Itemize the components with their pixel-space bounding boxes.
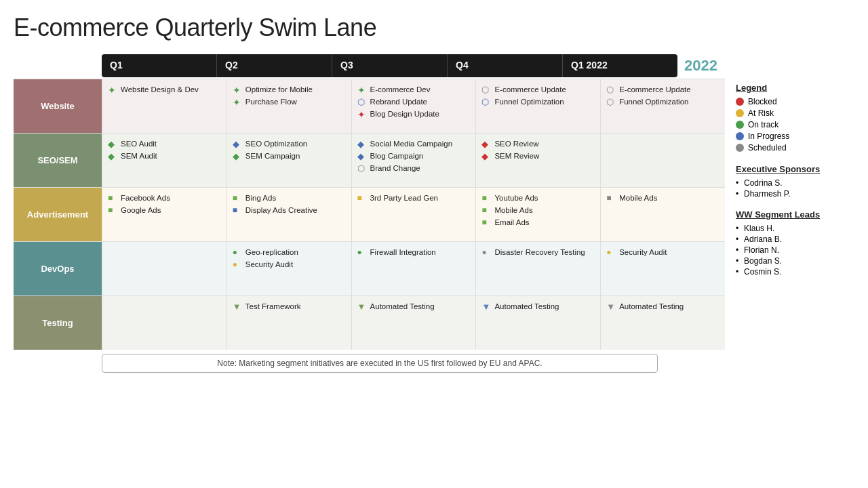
- task-label: Blog Design Update: [370, 110, 439, 118]
- task-item: ◆SEO Audit: [108, 139, 221, 148]
- green-square-icon: ■: [108, 205, 117, 215]
- gray-arrow-icon: ▼: [606, 302, 616, 311]
- task-item: ✦Blog Design Update: [357, 109, 471, 119]
- legend-item-on-track: On track: [736, 120, 854, 129]
- gray-square-icon: ■: [606, 193, 616, 203]
- legend-items: BlockedAt RiskOn trackIn ProgressSchedul…: [736, 97, 854, 152]
- gray-hex-icon: ⬡: [481, 85, 491, 94]
- cell-devops-q2: ●Firewall Integration: [351, 242, 476, 296]
- header-row: Q1Q2Q3Q4Q1 2022 2022: [14, 54, 725, 77]
- task-label: Optimize for Mobile: [245, 85, 313, 94]
- red-diamond-icon: ◆: [481, 139, 491, 148]
- green-square-icon: ■: [108, 193, 117, 203]
- cell-seo-q3: ◆SEO Review◆SEM Review: [475, 134, 600, 187]
- lead-item: Bogdan S.: [736, 256, 854, 266]
- gray-hex-icon: ⬡: [606, 97, 616, 106]
- task-label: E-commerce Dev: [370, 85, 431, 94]
- swim-row-website: Website✦Website Design & Dev✦Optimize fo…: [14, 79, 725, 133]
- task-item: ▼Automated Testing: [606, 302, 719, 311]
- yellow-circle-icon: ●: [606, 247, 616, 257]
- task-item: ■Google Ads: [108, 205, 221, 215]
- sponsors-section: Executive Sponsors Codrina S.Dharmesh P.: [736, 164, 854, 200]
- row-cells-advertisement: ■Facebook Ads■Google Ads■Bing Ads■Displa…: [102, 188, 725, 241]
- cell-seo-q2: ◆Social Media Campaign◆Blog Campaign⬡Bra…: [351, 134, 476, 187]
- sponsor-item: Codrina S.: [736, 178, 854, 188]
- green-diamond-icon: ◆: [108, 151, 117, 161]
- task-item: ✦Optimize for Mobile: [233, 85, 346, 94]
- task-item: ●Firewall Integration: [357, 247, 471, 257]
- cell-testing-q2: ▼Automated Testing: [351, 296, 476, 350]
- quarter-header-2: Q3: [332, 54, 448, 77]
- year-label: 2022: [677, 54, 725, 77]
- legend-label: In Progress: [748, 131, 789, 141]
- cell-testing-q0: [102, 296, 226, 350]
- cell-testing-q1: ▼Test Framework: [226, 296, 351, 350]
- task-label: Brand Change: [370, 164, 420, 172]
- legend-dot: [736, 132, 744, 140]
- task-item: ⬡E-commerce Update: [606, 85, 719, 94]
- task-item: ⬡E-commerce Update: [481, 85, 595, 94]
- task-item: ●Disaster Recovery Testing: [481, 247, 595, 257]
- bottom-note: Note: Marketing segment initiatives are …: [102, 354, 658, 373]
- task-item: ⬡Funnel Optimization: [606, 97, 719, 106]
- green-star-icon: ✦: [233, 85, 242, 94]
- green-arrow-icon: ▼: [233, 302, 242, 311]
- green-diamond-icon: ◆: [108, 139, 117, 148]
- legend-label: Scheduled: [748, 143, 787, 152]
- cell-website-q4: ⬡E-commerce Update⬡Funnel Optimization: [600, 79, 725, 133]
- lead-item: Adriana B.: [736, 235, 854, 244]
- task-item: ✦E-commerce Dev: [357, 85, 471, 94]
- cell-seo-q0: ◆SEO Audit◆SEM Audit: [102, 134, 226, 187]
- leads-title: WW Segment Leads: [736, 209, 854, 220]
- task-label: Security Audit: [619, 248, 667, 256]
- task-label: Rebrand Update: [370, 98, 427, 106]
- legend-title: Legend: [736, 83, 854, 93]
- swim-row-advertisement: Advertisement■Facebook Ads■Google Ads■Bi…: [14, 187, 725, 241]
- cell-devops-q3: ●Disaster Recovery Testing: [475, 242, 600, 296]
- right-panel: Legend BlockedAt RiskOn trackIn Progress…: [736, 54, 854, 481]
- task-item: ◆Blog Campaign: [357, 151, 471, 161]
- task-label: Youtube Ads: [494, 194, 538, 202]
- cell-testing-q3: ▼Automated Testing: [475, 296, 600, 350]
- row-cells-devops: ●Geo-replication●Security Audit●Firewall…: [102, 242, 725, 296]
- swim-row-testing: Testing▼Test Framework▼Automated Testing…: [14, 296, 725, 350]
- task-label: Firewall Integration: [370, 248, 436, 256]
- cell-seo-q1: ◆SEO Optimization◆SEM Campaign: [226, 134, 351, 187]
- task-item: ◆SEO Review: [481, 139, 595, 148]
- legend-item-scheduled: Scheduled: [736, 143, 854, 152]
- task-label: Test Framework: [245, 302, 301, 310]
- row-cells-seo: ◆SEO Audit◆SEM Audit◆SEO Optimization◆SE…: [102, 134, 725, 187]
- task-label: Funnel Optimization: [619, 98, 688, 106]
- lead-item: Florian N.: [736, 245, 854, 255]
- task-item: ◆Social Media Campaign: [357, 139, 471, 148]
- legend-label: At Risk: [748, 108, 774, 118]
- task-item: ■3rd Party Lead Gen: [357, 193, 471, 203]
- task-item: ◆SEO Optimization: [233, 139, 346, 148]
- blue-diamond-icon: ◆: [233, 139, 242, 148]
- row-cells-website: ✦Website Design & Dev✦Optimize for Mobil…: [102, 79, 725, 133]
- task-item: ◆SEM Audit: [108, 151, 221, 161]
- task-label: Website Design & Dev: [121, 85, 199, 94]
- cell-advertisement-q3: ■Youtube Ads■Mobile Ads■Email Ads: [475, 188, 600, 241]
- cell-devops-q4: ●Security Audit: [600, 242, 725, 296]
- legend-item-at-risk: At Risk: [736, 108, 854, 118]
- task-item: ■Display Ads Creative: [233, 205, 346, 215]
- blue-hex-icon: ⬡: [481, 97, 491, 106]
- lead-item: Klaus H.: [736, 224, 854, 233]
- task-label: Display Ads Creative: [245, 206, 317, 214]
- legend-dot: [736, 98, 744, 106]
- task-item: ■Mobile Ads: [606, 193, 719, 203]
- cell-website-q0: ✦Website Design & Dev: [102, 79, 226, 133]
- task-label: Social Media Campaign: [370, 140, 452, 148]
- task-label: E-commerce Update: [619, 85, 690, 94]
- green-square-icon: ■: [481, 193, 491, 203]
- task-item: ⬡Brand Change: [357, 163, 471, 173]
- blue-diamond-icon: ◆: [357, 139, 367, 148]
- task-label: Purchase Flow: [245, 98, 297, 106]
- task-item: ✦Purchase Flow: [233, 97, 346, 106]
- quarters-bar: Q1Q2Q3Q4Q1 2022: [102, 54, 677, 77]
- page-title: E-commerce Quarterly Swim Lane: [14, 14, 854, 42]
- green-arrow-icon: ▼: [357, 302, 367, 311]
- legend-label: Blocked: [748, 97, 777, 106]
- gray-circle-icon: ●: [481, 247, 491, 257]
